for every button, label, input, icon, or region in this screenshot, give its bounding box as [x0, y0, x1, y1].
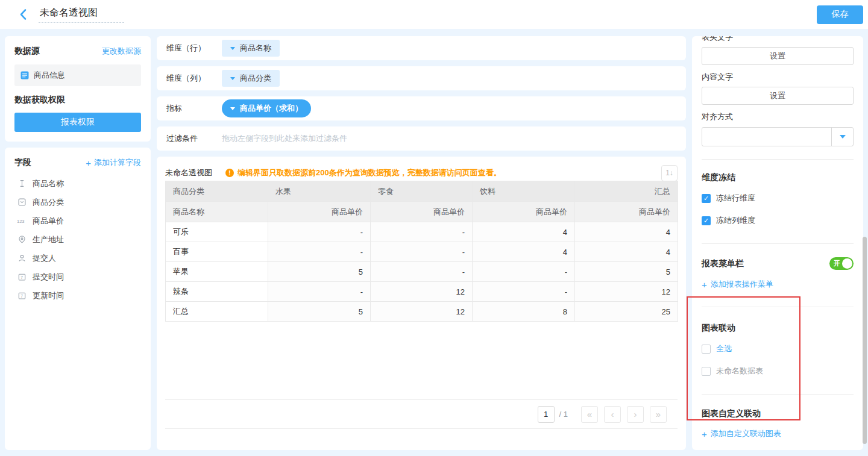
- back-button[interactable]: [16, 7, 30, 22]
- permission-title: 数据获取权限: [14, 95, 141, 105]
- plus-icon: +: [86, 159, 91, 167]
- field-item[interactable]: 7提交时间: [14, 267, 141, 286]
- metric-tag[interactable]: 商品单价（求和）: [222, 99, 311, 117]
- svg-text:7: 7: [20, 275, 23, 280]
- field-label: 商品单价: [33, 216, 64, 226]
- next-page-button[interactable]: ›: [627, 406, 644, 423]
- pivot-row: 可乐--44: [166, 222, 678, 242]
- col-dimension-row: 维度（列） 商品分类: [157, 66, 686, 90]
- right-panel-scrollbar[interactable]: [863, 237, 867, 444]
- save-button[interactable]: 保存: [817, 5, 863, 24]
- field-label: 提交时间: [33, 272, 64, 283]
- pivot-cell: -: [371, 262, 473, 282]
- caret-down-icon: [230, 107, 235, 110]
- checkbox-checked-icon[interactable]: ✓: [702, 194, 711, 203]
- pivot-cell: -: [268, 222, 371, 242]
- field-item[interactable]: 生产地址: [14, 230, 141, 249]
- field-label: 更新时间: [33, 290, 64, 301]
- pivot-row: 百事--44: [166, 242, 678, 262]
- field-item[interactable]: 商品名称: [14, 174, 141, 193]
- filter-placeholder: 拖动左侧字段到此处来添加过滤条件: [222, 133, 347, 144]
- datasource-card: 数据源 更改数据源 商品信息 数据获取权限 报表权限: [5, 36, 151, 142]
- caret-down-icon: [230, 77, 235, 80]
- select-all-checkbox-row[interactable]: 全选: [702, 343, 854, 354]
- calendar-icon: 7: [17, 273, 27, 281]
- field-item[interactable]: 商品分类: [14, 193, 141, 211]
- workspace: 数据源 更改数据源 商品信息 数据获取权限 报表权限 字段 +: [0, 29, 868, 456]
- plus-icon: +: [702, 430, 707, 438]
- sort-icon[interactable]: 1↓: [661, 165, 678, 181]
- pivot-preview-card: 未命名透视图 ! 编辑界面只取数据源前200条作为查询数据预览，完整数据请访问页…: [157, 157, 686, 450]
- menu-bar-title: 报表菜单栏: [702, 258, 744, 269]
- last-page-button[interactable]: »: [650, 406, 667, 423]
- pivot-table: 商品分类水果零食饮料汇总商品名称商品单价商品单价商品单价商品单价可乐--44百事…: [165, 181, 678, 322]
- plus-icon: +: [702, 281, 707, 289]
- dataset-checkbox-row[interactable]: 未命名数据表: [702, 366, 854, 376]
- pivot-row: 苹果5--5: [166, 262, 678, 282]
- pivot-column-header: 汇总: [575, 181, 678, 202]
- page-total: / 1: [559, 410, 568, 419]
- pivot-cell: 5: [575, 262, 678, 282]
- checkbox-unchecked-icon[interactable]: [702, 367, 711, 376]
- select-all-label: 全选: [716, 343, 732, 354]
- datasource-item[interactable]: 商品信息: [14, 64, 141, 86]
- menu-bar-row: 报表菜单栏 开: [702, 257, 854, 270]
- fields-card: 字段 + 添加计算字段 商品名称商品分类123商品单价生产地址提交人7提交时间7…: [5, 148, 151, 450]
- pagination-bar: / 1 «‹›»: [165, 399, 678, 429]
- document-icon: [20, 71, 29, 80]
- first-page-button[interactable]: «: [581, 406, 598, 423]
- checkbox-checked-icon[interactable]: ✓: [702, 216, 711, 225]
- svg-text:123: 123: [17, 219, 25, 224]
- svg-text:7: 7: [20, 294, 23, 298]
- number-icon: 123: [17, 217, 27, 225]
- pivot-cell: 可乐: [166, 222, 268, 242]
- field-item[interactable]: 123商品单价: [14, 211, 141, 230]
- pivot-cell: 5: [268, 302, 371, 322]
- report-permission-button[interactable]: 报表权限: [14, 113, 141, 132]
- metric-label: 指标: [166, 103, 222, 114]
- row-dimension-tag[interactable]: 商品名称: [222, 40, 280, 57]
- col-dimension-tag[interactable]: 商品分类: [222, 70, 280, 87]
- pivot-cell: 辣条: [166, 282, 268, 302]
- pagination-buttons: «‹›»: [575, 406, 667, 423]
- caret-down-icon: [840, 135, 846, 139]
- warning-icon: !: [225, 169, 234, 177]
- header-text-set-button[interactable]: 设置: [702, 47, 854, 65]
- add-report-menu-link[interactable]: + 添加报表操作菜单: [702, 279, 854, 290]
- checkbox-unchecked-icon[interactable]: [702, 345, 711, 354]
- pivot-cell: 5: [268, 262, 371, 282]
- toggle-knob: [842, 258, 852, 269]
- page-title[interactable]: 未命名透视图: [39, 7, 124, 23]
- left-sidebar: 数据源 更改数据源 商品信息 数据获取权限 报表权限 字段 +: [5, 36, 151, 450]
- pivot-column-header: 零食: [371, 181, 473, 202]
- add-custom-linkage-link[interactable]: + 添加自定义联动图表: [702, 428, 854, 439]
- align-dropdown[interactable]: [702, 127, 854, 146]
- add-calc-field-link[interactable]: + 添加计算字段: [86, 157, 141, 168]
- metric-row: 指标 商品单价（求和）: [157, 96, 686, 120]
- col-dimension-label: 维度（列）: [166, 73, 222, 84]
- freeze-col-checkbox-row[interactable]: ✓ 冻结列维度: [702, 215, 854, 226]
- row-dimension-label: 维度（行）: [166, 43, 222, 54]
- pivot-cell: 苹果: [166, 262, 268, 282]
- filter-row[interactable]: 过滤条件 拖动左侧字段到此处来添加过滤条件: [157, 126, 686, 151]
- page-input[interactable]: [538, 406, 555, 423]
- freeze-col-label: 冻结列维度: [716, 215, 755, 226]
- field-label: 商品名称: [33, 178, 64, 189]
- content-text-set-button[interactable]: 设置: [702, 87, 854, 105]
- change-datasource-link[interactable]: 更改数据源: [102, 46, 141, 57]
- datasource-title: 数据源: [14, 46, 40, 57]
- freeze-row-checkbox-row[interactable]: ✓ 冻结行维度: [702, 193, 854, 204]
- freeze-title: 维度冻结: [702, 172, 854, 183]
- prev-page-button[interactable]: ‹: [604, 406, 621, 423]
- field-item[interactable]: 7更新时间: [14, 286, 141, 305]
- toggle-on-label: 开: [834, 260, 840, 267]
- field-item[interactable]: 提交人: [14, 249, 141, 267]
- pivot-cell: -: [473, 262, 575, 282]
- caret-down-icon: [230, 47, 235, 50]
- location-icon: [17, 236, 27, 243]
- pivot-row: 辣条-12-12: [166, 282, 678, 302]
- pivot-cell: 汇总: [166, 302, 268, 322]
- pivot-cell: 4: [473, 242, 575, 262]
- pivot-value-header: 商品单价: [473, 202, 575, 222]
- menu-bar-toggle[interactable]: 开: [829, 257, 854, 270]
